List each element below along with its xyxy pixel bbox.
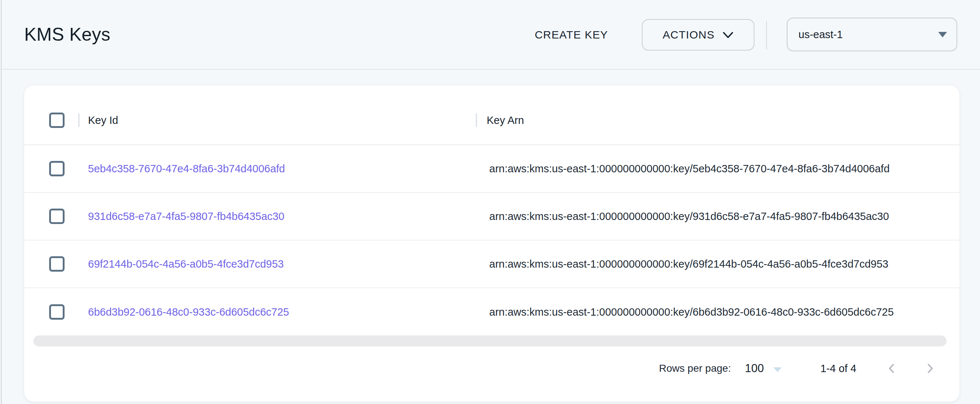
table-row: 5eb4c358-7670-47e4-8fa6-3b74d4006afd arn… (24, 145, 959, 193)
pagination-bar: Rows per page: 100 1-4 of 4 (659, 357, 939, 380)
actions-button-label: ACTIONS (663, 29, 715, 41)
actions-button[interactable]: ACTIONS (642, 19, 754, 51)
rows-per-page-label: Rows per page: (659, 363, 731, 374)
column-header-key-arn[interactable]: Key Arn (487, 114, 524, 126)
key-arn-text: arn:aws:kms:us-east-1:000000000000:key/5… (489, 163, 890, 175)
key-arn-text: arn:aws:kms:us-east-1:000000000000:key/9… (489, 210, 889, 223)
row-checkbox[interactable] (49, 304, 65, 320)
horizontal-scrollbar-thumb[interactable] (33, 336, 947, 347)
caret-down-icon (938, 32, 947, 37)
table-row: 6b6d3b92-0616-48c0-933c-6d605dc6c725 arn… (24, 288, 959, 336)
rows-per-page-value: 100 (745, 362, 764, 375)
caret-down-icon (773, 367, 781, 372)
next-page-button[interactable] (921, 359, 939, 377)
chevron-down-icon (722, 32, 733, 38)
row-checkbox[interactable] (49, 208, 65, 224)
table-row: 69f2144b-054c-4a56-a0b5-4fce3d7cd953 arn… (24, 240, 959, 288)
previous-page-button[interactable] (883, 359, 900, 377)
create-key-button[interactable]: CREATE KEY (531, 19, 612, 51)
chevron-right-icon (924, 362, 937, 375)
page-title: KMS Keys (24, 24, 110, 45)
column-header-key-id[interactable]: Key Id (88, 114, 118, 126)
column-resize-handle[interactable] (476, 113, 477, 127)
pagination-range-label: 1-4 of 4 (821, 363, 856, 375)
kms-keys-table-card: Key Id Key Arn 5eb4c358-7670-47e4-8fa6-3… (24, 85, 960, 402)
table-body: 5eb4c358-7670-47e4-8fa6-3b74d4006afd arn… (24, 145, 959, 336)
key-id-link[interactable]: 6b6d3b92-0616-48c0-933c-6d605dc6c725 (88, 306, 289, 318)
toolbar-divider (766, 21, 767, 49)
key-id-link[interactable]: 5eb4c358-7670-47e4-8fa6-3b74d4006afd (88, 163, 285, 175)
rows-per-page-select[interactable]: 100 (745, 362, 781, 375)
page-header: KMS Keys CREATE KEY ACTIONS us-east-1 (0, 0, 980, 70)
row-checkbox[interactable] (49, 161, 65, 177)
table-row: 931d6c58-e7a7-4fa5-9807-fb4b6435ac30 arn… (24, 193, 959, 240)
region-select[interactable]: us-east-1 (787, 17, 957, 51)
row-checkbox[interactable] (49, 256, 65, 272)
chevron-left-icon (885, 362, 898, 375)
key-id-link[interactable]: 69f2144b-054c-4a56-a0b5-4fce3d7cd953 (88, 258, 284, 270)
key-id-link[interactable]: 931d6c58-e7a7-4fa5-9807-fb4b6435ac30 (88, 210, 284, 223)
key-arn-text: arn:aws:kms:us-east-1:000000000000:key/6… (489, 258, 888, 270)
region-select-value: us-east-1 (799, 29, 843, 41)
key-arn-text: arn:aws:kms:us-east-1:000000000000:key/6… (489, 306, 894, 318)
select-all-checkbox[interactable] (49, 113, 65, 128)
column-resize-handle[interactable] (78, 113, 80, 127)
table-header-row: Key Id Key Arn (24, 96, 959, 145)
